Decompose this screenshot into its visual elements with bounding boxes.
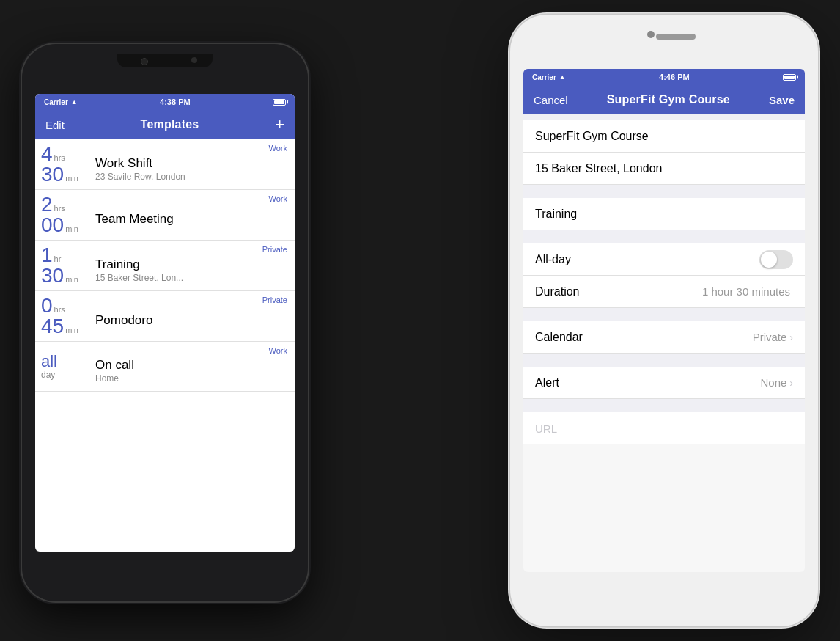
category-row[interactable]: Training xyxy=(523,198,805,230)
alert-value: None xyxy=(760,376,786,389)
all-day-value: all xyxy=(41,354,57,370)
speaker-icon xyxy=(656,34,696,40)
calendar-label: Calendar xyxy=(535,331,594,344)
status-left: Carrier ▲ xyxy=(532,73,566,81)
all-day-unit: day xyxy=(41,370,55,380)
duration-display: 2 hrs 00 min xyxy=(41,194,92,235)
item-title: Training xyxy=(95,257,287,272)
item-info: On call Home xyxy=(92,349,287,384)
duration-display: 4 hrs 30 min xyxy=(41,144,92,185)
duration-display: 1 hr 30 min xyxy=(41,245,92,286)
minutes-value: 30 xyxy=(41,265,64,286)
item-tag: Work xyxy=(269,346,287,355)
name-value: SuperFit Gym Course xyxy=(535,130,793,143)
url-field[interactable]: URL xyxy=(523,412,805,444)
item-title: Work Shift xyxy=(95,156,287,171)
calendar-value: Private xyxy=(753,331,787,343)
minutes-unit: min xyxy=(65,174,78,183)
hours-value: 2 xyxy=(41,194,53,215)
item-tag: Work xyxy=(269,144,287,153)
hours-unit: hr xyxy=(54,254,62,263)
address-row[interactable]: 15 Baker Street, London xyxy=(523,153,805,185)
url-placeholder-text: URL xyxy=(535,422,557,435)
hours-value: 0 xyxy=(41,296,53,316)
minutes-value: 30 xyxy=(41,164,64,185)
detail-title: SuperFit Gym Course xyxy=(607,93,730,106)
black-camera-icon xyxy=(141,58,148,65)
item-title: Team Meeting xyxy=(95,212,287,227)
all-day-toggle[interactable] xyxy=(759,250,793,269)
minutes-value: 00 xyxy=(41,215,64,235)
wifi-icon: ▲ xyxy=(559,73,566,81)
all-day-row[interactable]: All-day xyxy=(523,243,805,276)
item-info: Pomodoro xyxy=(92,304,287,328)
duration-display: all day xyxy=(41,354,92,380)
black-status-bar: Carrier ▲ 4:38 PM xyxy=(35,94,295,110)
all-day-label: All-day xyxy=(535,253,594,266)
item-title: Pomodoro xyxy=(95,313,287,328)
status-left: Carrier ▲ xyxy=(44,98,78,106)
chevron-right-icon: › xyxy=(789,332,793,343)
item-tag: Private xyxy=(262,245,287,254)
time-label: 4:38 PM xyxy=(160,98,191,106)
white-screen: Carrier ▲ 4:46 PM Cancel SuperFit Gym Co… xyxy=(523,69,805,572)
status-right xyxy=(273,99,286,106)
phone-container: Carrier ▲ 4:38 PM Edit Templates + Work xyxy=(0,0,840,641)
duration-value: 1 hour 30 minutes xyxy=(702,285,790,298)
hours-unit: hrs xyxy=(54,305,65,314)
section-gap xyxy=(523,354,805,367)
alert-row[interactable]: Alert None › xyxy=(523,367,805,399)
list-item[interactable]: Work 2 hrs 00 min Team Meeting xyxy=(35,190,295,241)
item-info: Work Shift 23 Savile Row, London xyxy=(92,147,287,182)
list-item[interactable]: Private 1 hr 30 min Training 15 Bak xyxy=(35,241,295,291)
save-button[interactable]: Save xyxy=(769,94,795,106)
item-info: Training 15 Baker Street, Lon... xyxy=(92,249,287,283)
duration-row[interactable]: Duration 1 hour 30 minutes xyxy=(523,276,805,308)
item-title: On call xyxy=(95,358,287,373)
list-item[interactable]: Work all day On call Home xyxy=(35,342,295,392)
duration-label: Duration xyxy=(535,285,594,298)
section-gap xyxy=(523,230,805,243)
hours-value: 1 xyxy=(41,245,53,265)
item-tag: Private xyxy=(262,296,287,304)
item-info: Team Meeting xyxy=(92,203,287,227)
hours-unit: hrs xyxy=(54,204,65,213)
battery-icon xyxy=(783,74,796,81)
battery-icon xyxy=(273,99,286,106)
black-screen: Carrier ▲ 4:38 PM Edit Templates + Work xyxy=(35,94,295,552)
section-gap xyxy=(523,308,805,321)
section-gap xyxy=(523,185,805,198)
status-right xyxy=(783,74,796,81)
name-row[interactable]: SuperFit Gym Course xyxy=(523,120,805,153)
calendar-row[interactable]: Calendar Private › xyxy=(523,321,805,354)
carrier-label: Carrier xyxy=(532,73,556,81)
item-tag: Work xyxy=(269,194,287,203)
address-value: 15 Baker Street, London xyxy=(535,162,793,175)
templates-list: Work 4 hrs 30 min Work Shift 23 Sav xyxy=(35,139,295,392)
item-subtitle: 23 Savile Row, London xyxy=(95,172,287,182)
white-nav-bar: Cancel SuperFit Gym Course Save xyxy=(523,85,805,114)
chevron-right-icon: › xyxy=(789,377,793,389)
item-subtitle: 15 Baker Street, Lon... xyxy=(95,273,287,283)
templates-title: Templates xyxy=(141,118,199,131)
white-camera-icon xyxy=(647,31,655,38)
list-item[interactable]: Private 0 hrs 45 min Pomodoro xyxy=(35,291,295,342)
toggle-thumb xyxy=(761,252,777,268)
add-button[interactable]: + xyxy=(275,117,284,133)
white-status-bar: Carrier ▲ 4:46 PM xyxy=(523,69,805,85)
list-item[interactable]: Work 4 hrs 30 min Work Shift 23 Sav xyxy=(35,139,295,190)
cancel-button[interactable]: Cancel xyxy=(534,94,568,106)
hours-unit: hrs xyxy=(54,153,65,162)
minutes-value: 45 xyxy=(41,316,64,337)
section-gap xyxy=(523,114,805,120)
section-gap xyxy=(523,399,805,412)
carrier-label: Carrier xyxy=(44,98,68,106)
phone-white: Carrier ▲ 4:46 PM Cancel SuperFit Gym Co… xyxy=(510,15,818,626)
phone-black: Carrier ▲ 4:38 PM Edit Templates + Work xyxy=(22,44,308,601)
edit-button[interactable]: Edit xyxy=(45,119,65,131)
item-subtitle: Home xyxy=(95,373,287,384)
wifi-icon: ▲ xyxy=(71,98,78,106)
minutes-unit: min xyxy=(65,275,78,284)
hours-value: 4 xyxy=(41,144,53,164)
minutes-unit: min xyxy=(65,224,78,233)
